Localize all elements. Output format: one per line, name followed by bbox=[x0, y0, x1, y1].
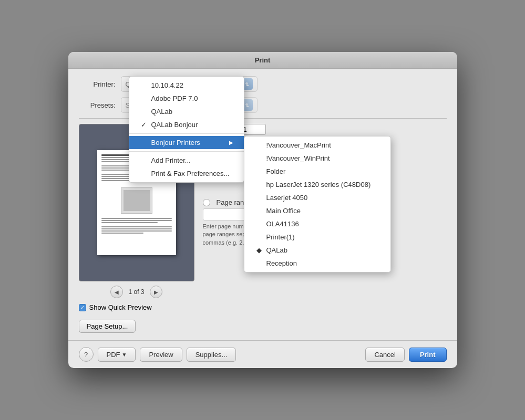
preview-line bbox=[101, 218, 172, 219]
next-page-button[interactable]: ▶ bbox=[150, 286, 162, 298]
dialog-title-bar: Print bbox=[68, 52, 457, 69]
dialog-title: Print bbox=[255, 56, 271, 64]
bonjour-item-7[interactable]: Printer(1) bbox=[244, 230, 390, 244]
preview-nav: ◀ 1 of 3 ▶ bbox=[79, 286, 194, 298]
preview-line bbox=[101, 222, 158, 223]
footer-right: Cancel Print bbox=[365, 348, 446, 362]
preview-line bbox=[101, 228, 172, 229]
dropdown-divider-2 bbox=[129, 151, 244, 152]
printer-option-0[interactable]: 10.10.4.22 bbox=[129, 79, 244, 92]
preview-image bbox=[121, 187, 152, 214]
dialog-body: Printer: QALab Bonjour ⇅ 10.10.4.22 Adob… bbox=[68, 69, 457, 340]
preview-line bbox=[101, 233, 143, 234]
print-fax-prefs-item[interactable]: Print & Fax Preferences... bbox=[129, 167, 244, 180]
footer-left: ? PDF ▼ Preview Supplies... bbox=[79, 347, 236, 362]
cancel-button[interactable]: Cancel bbox=[365, 348, 404, 362]
bonjour-printers-item[interactable]: Bonjour Printers ▶ !Vancouver_MacPrint !… bbox=[129, 136, 244, 149]
print-dialog: Print Printer: QALab Bonjour ⇅ 10.10.4.2… bbox=[68, 52, 457, 368]
bonjour-item-1[interactable]: !Vancouver_WinPrint bbox=[244, 152, 390, 165]
dialog-footer: ? PDF ▼ Preview Supplies... Cancel Print bbox=[68, 340, 457, 368]
bonjour-item-9[interactable]: Reception bbox=[244, 257, 390, 270]
add-printer-item[interactable]: Add Printer... bbox=[129, 154, 244, 167]
bonjour-arrow-icon: ▶ bbox=[229, 140, 233, 145]
preview-line bbox=[101, 226, 172, 227]
page-indicator: 1 of 3 bbox=[128, 288, 144, 296]
show-quick-preview-checkbox[interactable]: ✓ bbox=[79, 304, 86, 311]
show-quick-preview-label: Show Quick Preview bbox=[89, 303, 152, 311]
help-button[interactable]: ? bbox=[79, 347, 94, 362]
prev-page-button[interactable]: ◀ bbox=[110, 286, 123, 298]
print-button[interactable]: Print bbox=[409, 348, 447, 362]
printer-option-2[interactable]: QALab bbox=[129, 105, 244, 118]
bonjour-item-0[interactable]: !Vancouver_MacPrint bbox=[244, 139, 390, 152]
bonjour-item-4[interactable]: Laserjet 4050 bbox=[244, 191, 390, 204]
printer-option-3[interactable]: ✓ QALab Bonjour bbox=[129, 118, 244, 131]
show-quick-preview-row: ✓ Show Quick Preview bbox=[79, 303, 194, 311]
preview-line bbox=[101, 220, 172, 221]
preview-line bbox=[101, 230, 172, 232]
dropdown-divider-1 bbox=[129, 133, 244, 134]
printer-option-1[interactable]: Adobe PDF 7.0 bbox=[129, 92, 244, 105]
page-setup-button[interactable]: Page Setup... bbox=[79, 320, 136, 333]
page-range-radio[interactable] bbox=[203, 199, 210, 206]
printer-dropdown-menu: 10.10.4.22 Adobe PDF 7.0 QALab ✓ QALab B… bbox=[129, 76, 244, 183]
bonjour-item-3[interactable]: hp LaserJet 1320 series (C48D08) bbox=[244, 178, 390, 191]
pdf-button[interactable]: PDF ▼ bbox=[98, 348, 136, 362]
preview-button[interactable]: Preview bbox=[140, 348, 182, 362]
bonjour-item-6[interactable]: OLA41136 bbox=[244, 217, 390, 230]
bonjour-submenu: !Vancouver_MacPrint !Vancouver_WinPrint … bbox=[244, 136, 391, 272]
printer-label: Printer: bbox=[79, 80, 121, 88]
bonjour-item-5[interactable]: Main Office bbox=[244, 204, 390, 217]
supplies-button[interactable]: Supplies... bbox=[187, 348, 236, 362]
bonjour-item-2[interactable]: Folder bbox=[244, 165, 390, 178]
bonjour-item-8[interactable]: ◆ QALab bbox=[244, 244, 390, 257]
printer-row: Printer: QALab Bonjour ⇅ 10.10.4.22 Adob… bbox=[79, 76, 447, 92]
pdf-arrow-icon: ▼ bbox=[122, 352, 127, 358]
presets-label: Presets: bbox=[79, 101, 121, 109]
